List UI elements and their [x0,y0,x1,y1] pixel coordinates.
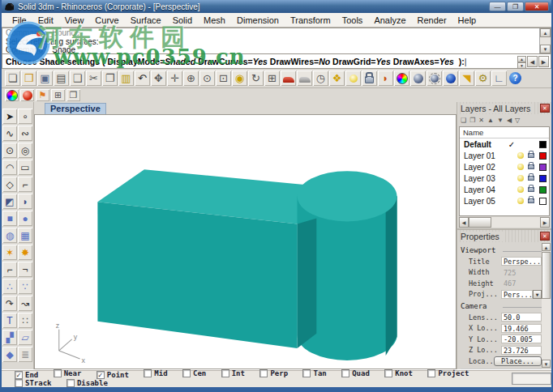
command-history-scrollbar[interactable]: ▲ ▼ [539,28,551,53]
command-prompt-text[interactable]: Choose Shade settings ( DisplayMode=Shad… [6,57,517,66]
duplicate-layer-icon[interactable]: ❐ [469,117,475,124]
layer-visibility-bulb-icon[interactable] [517,186,524,193]
title-bar[interactable]: Solid 3dm - Rhinoceros (Corporate) - [Pe… [2,0,551,13]
projection-dropdown-icon[interactable]: ▼ [533,290,542,299]
distribute-icon[interactable]: ≣ [18,347,32,362]
render-preview-icon[interactable]: ◗ [378,70,393,86]
flag-icon[interactable]: ⚑ [36,89,49,101]
copy-icon[interactable]: ❐ [102,70,118,86]
prompt-option[interactable]: DrawCurves=Yes [198,57,270,66]
layer-color-swatch[interactable] [539,152,547,160]
explode-burst-icon[interactable]: ✸ [18,245,32,260]
adjust-curve-icon[interactable]: ↷ [2,296,17,311]
point-icon[interactable]: ∘ [18,109,32,124]
move-down-icon[interactable]: ▼ [497,117,504,124]
zoom-selected-icon[interactable]: ◉ [232,70,247,86]
osnap-toggle[interactable]: Project [427,369,469,377]
curve-icon[interactable]: ∿ [2,126,17,141]
paste-icon[interactable]: ▥ [118,70,134,86]
layer-color-swatch[interactable] [539,141,547,148]
osnap-checkbox[interactable] [341,369,349,377]
filter-icon[interactable]: ▽ [515,117,520,124]
render-region-icon[interactable] [427,70,442,86]
layers-horizontal-scrollbar[interactable]: ◀ ▶ [459,217,550,228]
osnap-toggle[interactable]: Quad [341,369,370,377]
osnap-toggle[interactable]: Tan [302,369,326,377]
restore-button[interactable]: ❐ [507,2,524,11]
solid-tools-icon[interactable]: ◆ [2,347,17,362]
scroll-down-icon[interactable]: ▼ [540,45,551,53]
pan-icon[interactable]: ✥ [151,70,166,86]
chamfer-icon[interactable]: ¬ [18,262,32,277]
layers-panel-title[interactable]: Layers - All Layers ✕ [457,102,551,114]
menu-item[interactable]: View [59,15,90,26]
rebuild-curve-icon[interactable]: ↝ [18,296,32,311]
rotate-view-icon[interactable]: ↻ [248,70,264,86]
osnap-checkbox[interactable] [54,369,62,377]
solid-sphere-icon[interactable]: ● [18,211,32,226]
layer-visibility-bulb-icon[interactable] [517,164,524,170]
help-icon[interactable]: ? [509,72,521,84]
properties-close-icon[interactable]: ✕ [540,232,550,241]
options-gear-icon[interactable]: ⚙ [475,70,491,86]
osnap-toggle[interactable]: Cen [182,369,206,377]
save-icon[interactable]: ▣ [37,70,53,86]
cut-icon[interactable]: ✂ [86,70,101,86]
render-full-icon[interactable] [443,70,458,86]
prompt-option[interactable]: DrawWires=No [270,57,332,66]
prompt-option[interactable]: DrawGrid=Yes [332,57,393,66]
floating-viewport-icon[interactable]: ❐ [66,89,80,101]
print-icon[interactable]: ▤ [54,70,69,86]
minimize-button[interactable]: — [489,2,506,11]
menu-item[interactable]: Mesh [198,15,231,26]
menu-item[interactable]: Surface [125,15,167,26]
menu-item[interactable]: Dimension [231,15,285,26]
layer-row[interactable]: Layer 03 [460,173,549,184]
osnap-toggle[interactable]: Perp [259,369,288,377]
prompt-forward-icon[interactable]: ▶ [538,56,549,67]
scrollbar-thumb[interactable] [542,252,551,299]
osnap-toggle[interactable]: Mid [144,369,167,377]
scroll-right-icon[interactable]: ▶ [540,217,550,228]
surface-icon[interactable]: ◩ [2,194,17,209]
rectangle-icon[interactable]: ▭ [18,160,32,175]
menu-item[interactable]: Help [452,15,482,26]
osnap-checkbox[interactable]: ✓ [15,371,23,379]
shaded-display-car-icon[interactable] [281,70,296,86]
osnap-checkbox[interactable] [144,369,152,377]
osnap-checkbox[interactable] [66,379,75,387]
spin-up-icon[interactable]: ▲ [517,56,526,62]
copy-view-icon[interactable]: ❑ [70,70,85,86]
ghosted-display-car-icon[interactable] [297,70,312,86]
undo-icon[interactable]: ↶ [135,70,150,86]
layer-row[interactable]: Layer 05 [460,195,549,207]
light-bulb-icon[interactable] [345,70,361,86]
osnap-toggle[interactable]: Int [221,369,245,377]
layer-color-swatch[interactable] [539,198,547,205]
render-sphere-red-icon[interactable] [20,89,34,101]
osnap-toggle[interactable]: ✓ Point [96,371,129,379]
lens-value-field[interactable]: 50.0 [501,313,542,322]
spin-down-icon[interactable]: ▼ [517,62,526,69]
properties-scrollbar[interactable]: ▲ ▼ [542,243,551,368]
cplane-clock-icon[interactable]: ◷ [313,70,328,86]
render-sphere-icon[interactable] [410,70,426,86]
fillet-icon[interactable]: ⌐ [2,262,17,277]
boolean-difference-icon[interactable]: ∵ [18,279,32,294]
layer-lock-icon[interactable] [528,187,534,192]
new-layer-icon[interactable]: ❏ [461,117,466,124]
scroll-left-icon[interactable]: ◀ [459,217,469,228]
osnap-checkbox[interactable] [15,379,23,387]
viewport-canvas[interactable]: z y x [34,114,457,369]
osnap-checkbox[interactable] [427,369,435,377]
loft-surface-icon[interactable]: ◗ [18,194,32,209]
z-location-field[interactable]: 23.726 [501,346,542,355]
layer-visibility-bulb-icon[interactable] [517,198,524,204]
osnap-toggle[interactable]: Disable [66,379,108,387]
mesh-box-icon[interactable]: ▦ [18,228,32,243]
arc-icon[interactable]: ◠ [2,160,17,175]
layer-visibility-bulb-icon[interactable] [517,152,524,159]
viewport-layout-icon[interactable]: ⊞ [264,70,280,86]
select-arrow-icon[interactable]: ➤ [2,109,17,124]
projection-value-field[interactable]: Pers... [501,290,533,299]
